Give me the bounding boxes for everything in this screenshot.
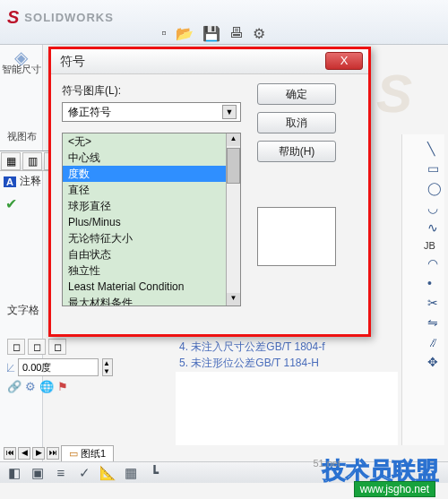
fmt-btn-3[interactable]: ◻ [48, 339, 66, 355]
sheet-nav-first[interactable]: ⏮ [4, 447, 16, 460]
scroll-up-icon[interactable]: ▲ [227, 133, 240, 146]
symbol-library-combo[interactable]: 修正符号 ▼ [62, 102, 241, 122]
open-icon[interactable]: 📂 [176, 25, 194, 42]
right-text-label: JB [424, 240, 435, 251]
gear-field-icon[interactable]: ⚙ [25, 380, 36, 393]
sheet-icon: ▭ [69, 448, 78, 459]
symbol-list-item[interactable]: 独立性 [63, 262, 226, 279]
main-toolbar-icons: ▫ 📂 💾 🖶 ⚙ [161, 25, 265, 42]
point-tool-icon[interactable]: • [427, 276, 432, 290]
view-lines-icon[interactable]: ≡ [52, 465, 70, 480]
symbol-list-item[interactable]: 直径 [63, 182, 226, 198]
symbol-preview [257, 207, 336, 266]
link-icon[interactable]: 🔗 [7, 380, 22, 393]
arc-tool-icon[interactable]: ◡ [427, 201, 438, 215]
help-button[interactable]: 帮助(H) [257, 141, 336, 162]
bg-brand-mark: S [376, 63, 412, 125]
feature-tab-2[interactable]: ▥ [22, 152, 42, 170]
symbol-list-item[interactable]: 中心线 [63, 150, 226, 166]
annotation-label: 注释 [20, 174, 41, 189]
main-toolbar: S SOLIDWORKS ▫ 📂 💾 🖶 ⚙ [0, 0, 448, 45]
right-tool-rail: ╲ ▭ ◯ ◡ ∿ JB ◠ • ✂ ⇋ ⫽ ✥ [401, 134, 444, 445]
symbol-list-item[interactable]: Plus/Minus [63, 214, 226, 230]
drawing-canvas[interactable] [176, 372, 398, 445]
trim-tool-icon[interactable]: ✂ [427, 296, 438, 310]
sheet-nav-last[interactable]: ⏭ [47, 447, 59, 460]
app-logo: S SOLIDWORKS [7, 7, 114, 28]
symbol-library-label: 符号图库(L): [62, 83, 245, 99]
settings-icon[interactable]: ⚙ [253, 25, 265, 42]
dimension-icon: ◈ [2, 52, 41, 64]
move-tool-icon[interactable]: ✥ [427, 355, 438, 369]
angle-icon: ⟀ [7, 360, 14, 374]
view-box-icon[interactable]: ▣ [29, 465, 47, 481]
format-controls: ◻ ◻ ◻ ⟀ ▲▼ 🔗 ⚙ 🌐 ⚑ [7, 339, 186, 393]
flag-icon[interactable]: ⚑ [57, 380, 68, 393]
symbol-list-item[interactable]: 最大材料条件 [63, 295, 226, 306]
line-tool-icon[interactable]: ╲ [427, 142, 435, 156]
symbol-list-item[interactable]: 球形直径 [63, 198, 226, 214]
dialog-title-text: 符号 [60, 54, 85, 70]
symbol-list-item[interactable]: <无> [63, 133, 226, 150]
spline-tool-icon[interactable]: ∿ [427, 220, 438, 235]
watermark-small: www.jsgho.net [354, 481, 435, 497]
logo-text: SOLIDWORKS [24, 11, 114, 24]
view-tab-label[interactable]: 视图布 [7, 130, 37, 143]
globe-icon[interactable]: 🌐 [39, 380, 54, 393]
fmt-btn-2[interactable]: ◻ [28, 339, 46, 355]
list-scrollbar[interactable]: ▲ ▼ [226, 133, 240, 305]
smart-dimension-button[interactable]: ◈ 智能尺寸 [2, 52, 41, 75]
drawing-note-5: 5. 未注形位公差GB/T 1184-H [179, 355, 398, 371]
chevron-down-icon: ▼ [222, 105, 237, 119]
view-check-icon[interactable]: ✓ [75, 465, 93, 481]
mirror-tool-icon[interactable]: ⇋ [427, 315, 438, 330]
view-cube-icon[interactable]: ◧ [5, 465, 23, 481]
smart-dimension-label: 智能尺寸 [2, 64, 41, 74]
dialog-titlebar[interactable]: 符号 X [51, 49, 368, 74]
circle-tool-icon[interactable]: ◯ [427, 181, 442, 195]
rect-tool-icon[interactable]: ▭ [427, 161, 439, 176]
print-icon[interactable]: 🖶 [229, 25, 244, 42]
new-icon[interactable]: ▫ [161, 25, 167, 42]
view-ruler-icon[interactable]: 📐 [99, 465, 116, 481]
cancel-button[interactable]: 取消 [257, 112, 336, 133]
feature-tab-1[interactable]: ▦ [1, 152, 21, 170]
angle-input-row: ⟀ ▲▼ [7, 358, 186, 376]
sheet-tabs: ⏮ ◀ ▶ ⏭ ▭ 图纸1 [4, 443, 237, 463]
watermark-tiny: 51.net [313, 458, 340, 469]
symbol-library-value: 修正符号 [68, 105, 111, 120]
drawing-note-4: 4. 未注入尺寸公差GB/T 1804-f [179, 339, 398, 355]
scroll-thumb[interactable] [227, 148, 240, 184]
sheet-tab-label: 图纸1 [81, 448, 106, 459]
logo-glyph: S [7, 7, 19, 28]
symbol-dialog: 符号 X 符号图库(L): 修正符号 ▼ <无>中心线度数直径球形直径Plus/… [48, 47, 371, 337]
ok-button[interactable]: 确定 [257, 83, 336, 105]
view-filter-icon[interactable]: ▦ [122, 465, 140, 481]
symbol-list-item[interactable]: Least Material Condition [63, 279, 226, 295]
angle-spinner[interactable]: ▲▼ [102, 358, 113, 376]
symbol-list-item[interactable]: 自由状态 [63, 246, 226, 262]
scroll-down-icon[interactable]: ▼ [227, 293, 240, 305]
text-section-label: 文字格 [7, 303, 39, 318]
save-icon[interactable]: 💾 [202, 25, 220, 42]
fillet-tool-icon[interactable]: ◠ [427, 256, 438, 271]
view-edge-icon[interactable]: ┗ [145, 465, 163, 481]
dialog-close-button[interactable]: X [325, 52, 363, 70]
sheet-nav-next[interactable]: ▶ [32, 447, 45, 460]
fmt-btn-1[interactable]: ◻ [7, 339, 25, 355]
sheet-tab-1[interactable]: ▭ 图纸1 [61, 445, 114, 462]
symbol-list-item[interactable]: 无论特征大小 [63, 230, 226, 246]
symbol-list-item[interactable]: 度数 [63, 166, 226, 182]
symbol-list[interactable]: <无>中心线度数直径球形直径Plus/Minus无论特征大小自由状态独立性Lea… [62, 133, 241, 306]
sheet-nav-prev[interactable]: ◀ [18, 447, 30, 460]
annotation-icon: A [4, 176, 16, 187]
angle-input[interactable] [18, 358, 99, 376]
close-icon: X [340, 54, 349, 67]
offset-tool-icon[interactable]: ⫽ [427, 335, 440, 349]
